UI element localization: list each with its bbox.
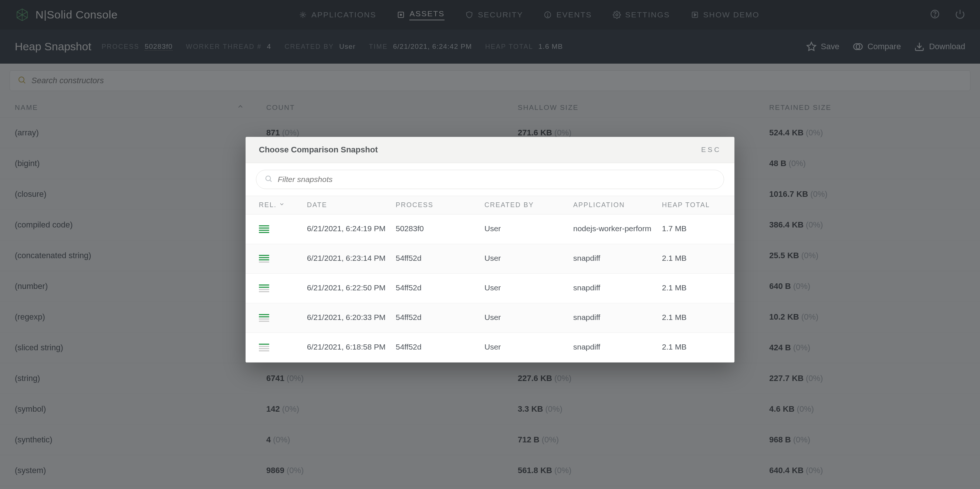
cell-rel: [259, 313, 307, 323]
cell-heap-total: 1.7 MB: [662, 224, 729, 234]
cell-created-by: User: [484, 313, 573, 323]
filter-input[interactable]: [278, 175, 716, 184]
cell-application: snapdiff: [573, 254, 662, 264]
cell-process: 54ff52d: [396, 313, 484, 323]
cell-rel: [259, 342, 307, 352]
snapshot-row[interactable]: 6/21/2021, 6:18:58 PM 54ff52d User snapd…: [245, 333, 735, 363]
cell-process: 50283f0: [396, 224, 484, 234]
cell-application: snapdiff: [573, 342, 662, 352]
cell-heap-total: 2.1 MB: [662, 342, 729, 352]
modal-table-header: REL. DATE PROCESS CREATED BY APPLICATION…: [245, 196, 735, 215]
snapshot-row[interactable]: 6/21/2021, 6:23:14 PM 54ff52d User snapd…: [245, 244, 735, 274]
relevance-icon: [259, 255, 307, 263]
relevance-icon: [259, 314, 307, 322]
relevance-icon: [259, 225, 307, 233]
cell-created-by: User: [484, 284, 573, 293]
cell-application: nodejs-worker-perform: [573, 224, 662, 234]
mcol-date[interactable]: DATE: [307, 201, 396, 209]
relevance-icon: [259, 284, 307, 292]
cell-created-by: User: [484, 254, 573, 264]
compare-modal: Choose Comparison Snapshot ESC REL. DATE…: [245, 137, 735, 363]
svg-line-26: [270, 180, 272, 182]
cell-heap-total: 2.1 MB: [662, 313, 729, 323]
cell-process: 54ff52d: [396, 342, 484, 352]
cell-rel: [259, 284, 307, 293]
cell-date: 6/21/2021, 6:20:33 PM: [307, 313, 396, 323]
cell-process: 54ff52d: [396, 254, 484, 264]
modal-close-esc[interactable]: ESC: [701, 146, 721, 154]
mcol-application[interactable]: APPLICATION: [573, 201, 662, 209]
chevron-down-icon: [279, 201, 285, 209]
mcol-process[interactable]: PROCESS: [396, 201, 484, 209]
svg-point-25: [266, 176, 271, 181]
modal-title: Choose Comparison Snapshot: [259, 145, 377, 155]
snapshot-row[interactable]: 6/21/2021, 6:22:50 PM 54ff52d User snapd…: [245, 274, 735, 303]
relevance-icon: [259, 344, 307, 351]
cell-application: snapdiff: [573, 284, 662, 293]
cell-created-by: User: [484, 224, 573, 234]
snapshot-row[interactable]: 6/21/2021, 6:24:19 PM 50283f0 User nodej…: [245, 215, 735, 244]
cell-rel: [259, 254, 307, 264]
cell-date: 6/21/2021, 6:18:58 PM: [307, 342, 396, 352]
cell-process: 54ff52d: [396, 284, 484, 293]
cell-rel: [259, 224, 307, 234]
cell-date: 6/21/2021, 6:22:50 PM: [307, 284, 396, 293]
mcol-heap-total[interactable]: HEAP TOTAL: [662, 201, 729, 209]
cell-date: 6/21/2021, 6:24:19 PM: [307, 224, 396, 234]
filter-snapshots[interactable]: [256, 170, 724, 189]
cell-heap-total: 2.1 MB: [662, 254, 729, 264]
cell-created-by: User: [484, 342, 573, 352]
snapshot-row[interactable]: 6/21/2021, 6:20:33 PM 54ff52d User snapd…: [245, 303, 735, 333]
modal-header: Choose Comparison Snapshot ESC: [245, 137, 735, 163]
cell-application: snapdiff: [573, 313, 662, 323]
cell-heap-total: 2.1 MB: [662, 284, 729, 293]
modal-overlay[interactable]: Choose Comparison Snapshot ESC REL. DATE…: [0, 0, 980, 489]
cell-date: 6/21/2021, 6:23:14 PM: [307, 254, 396, 264]
search-icon: [264, 175, 272, 184]
mcol-created-by[interactable]: CREATED BY: [484, 201, 573, 209]
mcol-rel[interactable]: REL.: [259, 201, 307, 209]
